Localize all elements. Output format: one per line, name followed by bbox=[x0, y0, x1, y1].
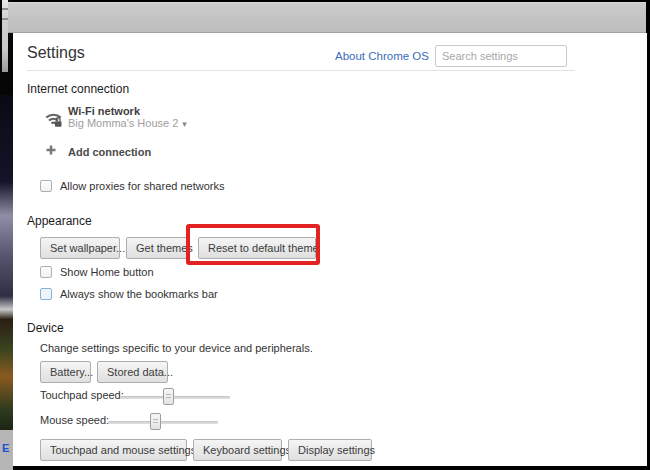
mouse-speed-label: Mouse speed: bbox=[40, 414, 109, 426]
background-fragment-text: E bbox=[2, 442, 9, 454]
screenshot-root: E Settings About Chrome OS Internet conn… bbox=[0, 0, 650, 470]
section-title-internet: Internet connection bbox=[27, 82, 129, 96]
set-wallpaper-button[interactable]: Set wallpaper... bbox=[40, 237, 120, 259]
proxies-checkbox[interactable] bbox=[40, 180, 52, 192]
section-title-appearance: Appearance bbox=[27, 214, 92, 228]
get-themes-button[interactable]: Get themes bbox=[126, 237, 188, 259]
search-settings-input[interactable] bbox=[435, 45, 567, 67]
background-wallpaper-sliver bbox=[0, 95, 13, 430]
show-home-label: Show Home button bbox=[60, 266, 154, 278]
touchpad-speed-slider-thumb[interactable] bbox=[163, 388, 174, 405]
wifi-lock-icon bbox=[44, 111, 63, 127]
stored-data-button[interactable]: Stored data... bbox=[97, 361, 168, 383]
header-divider bbox=[27, 70, 575, 71]
add-icon bbox=[45, 144, 57, 156]
window-titlebar[interactable] bbox=[8, 2, 646, 33]
background-window-strip: E bbox=[0, 0, 13, 470]
wifi-network-label: Wi-Fi network bbox=[68, 105, 140, 117]
settings-page: Settings About Chrome OS Internet connec… bbox=[13, 33, 647, 466]
add-connection-button[interactable]: Add connection bbox=[68, 146, 151, 158]
wifi-network-selector[interactable]: Big Momma's House 2▾ bbox=[68, 117, 187, 129]
device-description: Change settings specific to your device … bbox=[40, 342, 313, 354]
wifi-network-name: Big Momma's House 2 bbox=[68, 117, 178, 129]
dropdown-arrow-icon: ▾ bbox=[182, 119, 187, 129]
touchpad-speed-slider-track[interactable] bbox=[120, 396, 230, 399]
reset-theme-button[interactable]: Reset to default theme bbox=[198, 237, 316, 259]
battery-button[interactable]: Battery... bbox=[40, 361, 91, 383]
proxies-checkbox-label: Allow proxies for shared networks bbox=[60, 180, 224, 192]
mouse-speed-slider-track[interactable] bbox=[108, 421, 218, 424]
bookmarks-bar-label: Always show the bookmarks bar bbox=[60, 288, 218, 300]
bookmarks-bar-checkbox[interactable] bbox=[40, 288, 52, 300]
touchpad-mouse-settings-button[interactable]: Touchpad and mouse settings bbox=[40, 439, 187, 461]
show-home-checkbox[interactable] bbox=[40, 266, 52, 278]
mouse-speed-slider-thumb[interactable] bbox=[150, 413, 161, 430]
background-page-sliver: E bbox=[0, 430, 13, 470]
about-chrome-os-link[interactable]: About Chrome OS bbox=[335, 50, 429, 62]
keyboard-settings-button[interactable]: Keyboard settings bbox=[193, 439, 282, 461]
display-settings-button[interactable]: Display settings bbox=[288, 439, 372, 461]
section-title-device: Device bbox=[27, 321, 64, 335]
page-title: Settings bbox=[27, 44, 85, 62]
touchpad-speed-label: Touchpad speed: bbox=[40, 389, 124, 401]
